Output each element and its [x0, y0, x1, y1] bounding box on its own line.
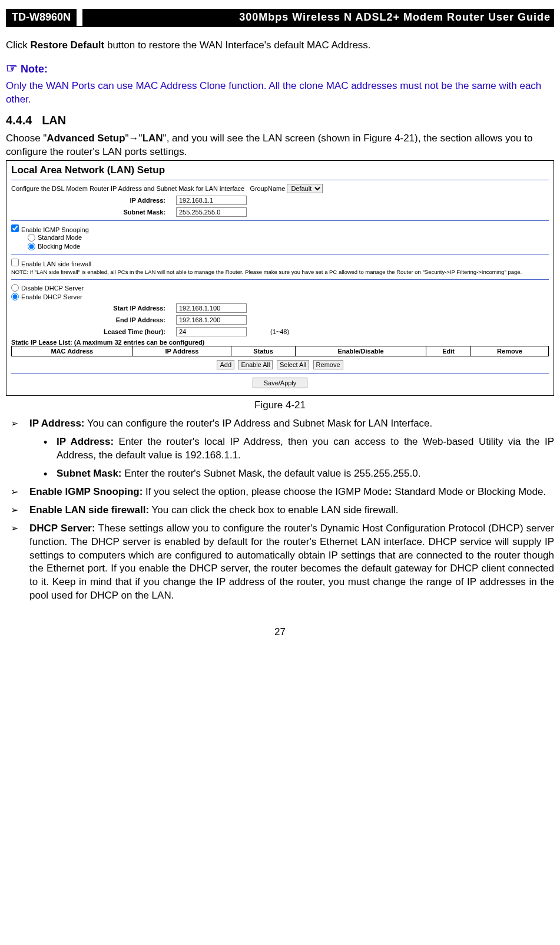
igmp-checkbox[interactable]	[11, 224, 19, 232]
divider	[11, 373, 549, 374]
path-advanced-setup: Advanced Setup	[47, 133, 125, 144]
guide-title: 300Mbps Wireless N ADSL2+ Modem Router U…	[82, 9, 554, 26]
sub-item-mask: Subnet Mask: Enter the router's Subnet M…	[44, 467, 554, 481]
dhcp-disable-row[interactable]: Disable DHCP Server	[11, 283, 549, 292]
end-ip-row: End IP Address:	[11, 315, 549, 325]
th-enable: Enable/Disable	[295, 346, 426, 356]
text: Enter the router's local IP Address, the…	[57, 436, 554, 461]
add-button[interactable]: Add	[217, 360, 234, 369]
save-apply-button[interactable]: Save/Apply	[253, 378, 308, 388]
static-lease-label: Static IP Lease List: (A maximum 32 entr…	[11, 339, 549, 346]
section-title: LAN	[42, 114, 66, 127]
note-body: Only the WAN Ports can use MAC Address C…	[6, 80, 554, 107]
label: Enable LAN side firewall:	[29, 504, 149, 516]
label: IP Address:	[57, 436, 114, 447]
dhcp-disable-label: Disable DHCP Server	[21, 285, 84, 292]
text: Enter the router's Subnet Mask, the defa…	[122, 468, 421, 479]
list-item-ip: IP Address: You can configure the router…	[6, 417, 554, 481]
sub-list: IP Address: Enter the router's local IP …	[29, 435, 554, 481]
page-header: TD-W8960N 300Mbps Wireless N ADSL2+ Mode…	[6, 9, 554, 27]
note-label-text: Note:	[21, 63, 48, 75]
dhcp-disable-radio[interactable]	[11, 284, 19, 292]
end-ip-label: End IP Address:	[11, 316, 176, 323]
lan-firewall-checkbox[interactable]	[11, 259, 19, 266]
remove-button[interactable]: Remove	[313, 360, 343, 369]
standard-mode-row[interactable]: Standard Mode	[28, 233, 549, 242]
label: Enable IGMP Snooping:	[29, 486, 143, 497]
select-all-button[interactable]: Select All	[277, 360, 309, 369]
start-ip-row: Start IP Address:	[11, 303, 549, 313]
divider	[11, 255, 549, 255]
text: "→"	[125, 133, 143, 144]
hand-icon: ☞	[6, 61, 18, 75]
igmp-label: Enable IGMP Snooping	[21, 226, 89, 233]
section-heading: 4.4.4 LAN	[6, 114, 554, 127]
label: DHCP Server:	[29, 523, 95, 534]
section-number: 4.4.4	[6, 114, 32, 127]
save-row: Save/Apply	[11, 377, 549, 388]
divider	[11, 180, 549, 180]
groupname-select[interactable]: Default	[287, 184, 323, 193]
nav-instruction: Choose "Advanced Setup"→"LAN", and you w…	[6, 132, 554, 159]
text: Standard Mode or Blocking Mode.	[392, 486, 546, 497]
list-item-firewall: Enable LAN side firewall: You can click …	[6, 504, 554, 517]
standard-mode-radio[interactable]	[28, 234, 35, 242]
restore-default-label: Restore Default	[31, 39, 105, 51]
dhcp-section: Disable DHCP Server Enable DHCP Server	[11, 283, 549, 301]
lease-time-input[interactable]	[176, 327, 247, 336]
start-ip-input[interactable]	[176, 303, 247, 313]
page-number: 27	[6, 626, 554, 638]
text: If you select the option, please choose …	[143, 486, 388, 497]
lease-time-row: Leased Time (hour): (1~48)	[11, 327, 549, 336]
th-edit: Edit	[426, 346, 471, 356]
path-lan: LAN	[143, 133, 163, 144]
list-item-igmp: Enable IGMP Snooping: If you select the …	[6, 485, 554, 499]
divider	[11, 279, 549, 280]
sub-item-ip: IP Address: Enter the router's local IP …	[44, 435, 554, 462]
lease-hint: (1~48)	[270, 328, 289, 335]
intro-para: Click Restore Default button to restore …	[6, 39, 554, 52]
th-remove: Remove	[471, 346, 549, 356]
text: Choose "	[6, 133, 47, 144]
ip-address-input[interactable]	[176, 196, 247, 205]
description-list: IP Address: You can configure the router…	[6, 417, 554, 603]
label: Subnet Mask:	[57, 468, 122, 479]
dhcp-enable-label: Enable DHCP Server	[21, 293, 82, 300]
th-ip: IP Address	[132, 346, 231, 356]
configure-line: Configure the DSL Modem Router IP Addres…	[11, 184, 549, 193]
end-ip-input[interactable]	[176, 315, 247, 325]
figure-caption: Figure 4-21	[6, 399, 554, 411]
model-badge: TD-W8960N	[6, 9, 77, 26]
list-item-dhcp: DHCP Server: These settings allow you to…	[6, 522, 554, 603]
subnet-mask-input[interactable]	[176, 207, 247, 217]
standard-mode-label: Standard Mode	[38, 234, 82, 241]
table-buttons: Add Enable All Select All Remove	[11, 359, 549, 369]
dhcp-enable-radio[interactable]	[11, 293, 19, 300]
subnet-mask-row: Subnet Mask:	[11, 207, 549, 217]
text: Configure the DSL Modem Router IP Addres…	[11, 185, 244, 192]
enable-all-button[interactable]: Enable All	[238, 360, 273, 369]
subnet-mask-label: Subnet Mask:	[11, 209, 176, 216]
igmp-checkbox-row[interactable]: Enable IGMP Snooping	[11, 226, 89, 233]
note-heading: ☞ Note:	[6, 61, 554, 76]
lan-firewall-note: NOTE: If "LAN side firewall" is enabled,…	[11, 269, 549, 276]
text: You can click the check box to enable LA…	[149, 504, 398, 516]
igmp-section: Enable IGMP Snooping Standard Mode Block…	[11, 224, 549, 251]
lan-firewall-label: Enable LAN side firewall	[21, 260, 91, 267]
ip-address-label: IP Address:	[11, 197, 176, 204]
divider	[11, 220, 549, 221]
text: Click	[6, 39, 31, 51]
th-status: Status	[231, 346, 296, 356]
text: You can configure the router's IP Addres…	[85, 418, 433, 429]
blocking-mode-radio[interactable]	[28, 243, 35, 250]
th-mac: MAC Address	[12, 346, 133, 356]
lan-setup-title: Local Area Network (LAN) Setup	[11, 164, 549, 176]
dhcp-enable-row[interactable]: Enable DHCP Server	[11, 292, 549, 301]
text: button to restore the WAN Interface's de…	[104, 39, 370, 51]
groupname-label: GroupName	[250, 185, 285, 192]
blocking-mode-row[interactable]: Blocking Mode	[28, 242, 549, 251]
lease-time-label: Leased Time (hour):	[11, 328, 176, 335]
lan-firewall-row[interactable]: Enable LAN side firewall	[11, 260, 91, 267]
static-lease-table: MAC Address IP Address Status Enable/Dis…	[11, 346, 549, 356]
text: These settings allow you to configure th…	[29, 523, 554, 602]
